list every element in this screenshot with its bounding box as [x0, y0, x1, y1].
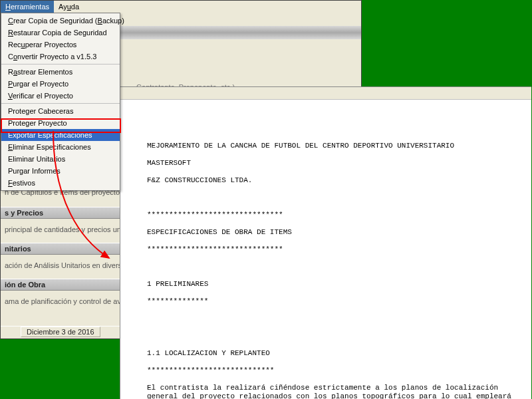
- doc-sep: *******************************: [147, 245, 526, 254]
- status-date: Diciembre 3 de 2016: [21, 327, 100, 337]
- doc-sep: *******************************: [147, 211, 526, 219]
- doc-line: ESPECIFICACIONES DE OBRA DE ITEMS: [147, 228, 526, 237]
- menu-item-proteger-proyecto[interactable]: Proteger Proyecto: [1, 117, 120, 129]
- herramientas-dropdown: Crear Copia de Seguridad (Backup) Restau…: [1, 13, 120, 191]
- heading-obra: ión de Obra: [1, 279, 120, 291]
- doc-line: MEJORAMIENTO DE LA CANCHA DE FUTBOL DEL …: [147, 142, 526, 150]
- doc-line: MASTERSOFT: [147, 159, 526, 168]
- doc-line: F&Z CONSTRUCCIONES LTDA.: [147, 176, 526, 185]
- doc-paragraph: El contratista la realizará ciñéndose es…: [147, 384, 526, 399]
- menu-item-exportar-especificaciones[interactable]: Exportar Especificaciones: [1, 129, 120, 141]
- doc-heading: 1 PRELIMINARES: [147, 280, 526, 289]
- menu-item-verificar[interactable]: Verificar el Proyecto: [1, 90, 120, 102]
- menu-herramientas[interactable]: Herramientas: [1, 1, 54, 13]
- menu-item-backup[interactable]: Crear Copia de Seguridad (Backup): [1, 15, 120, 27]
- document-body: MEJORAMIENTO DE LA CANCHA DE FUTBOL DEL …: [120, 100, 531, 399]
- menu-item-proteger-cabeceras[interactable]: Proteger Cabeceras: [1, 105, 120, 117]
- menubar: Herramientas Ayuda: [1, 1, 361, 13]
- menu-item-rastrear[interactable]: Rastrear Elementos: [1, 66, 120, 78]
- document-window: MEJORAMIENTO DE LA CANCHA DE FUTBOL DEL …: [120, 86, 531, 399]
- document-titlebar: [120, 87, 531, 100]
- doc-sep: *****************************: [147, 366, 526, 375]
- menu-item-eliminar-unitarios[interactable]: Eliminar Unitarios: [1, 153, 120, 165]
- menu-item-festivos[interactable]: Festivos: [1, 177, 120, 189]
- menu-item-purgar-proyecto[interactable]: Purgar el Proyecto: [1, 78, 120, 90]
- menu-item-eliminar-especificaciones[interactable]: Eliminar Especificaciones: [1, 141, 120, 153]
- doc-sep: **************: [147, 297, 526, 306]
- menu-ayuda[interactable]: Ayuda: [54, 1, 84, 13]
- menu-item-restore[interactable]: Restaurar Copia de Seguridad: [1, 27, 120, 39]
- menu-item-purgar-informes[interactable]: Purgar Informes: [1, 165, 120, 177]
- doc-heading: 1.1 LOCALIZACION Y REPLANTEO: [147, 349, 526, 358]
- heading-unitarios: nitarios: [1, 243, 120, 255]
- menu-item-convert[interactable]: Convertir Proyecto a v1.5.3: [1, 51, 120, 63]
- menu-item-recover[interactable]: Recuperar Proyectos: [1, 39, 120, 51]
- heading-precios: s y Precios: [1, 207, 120, 219]
